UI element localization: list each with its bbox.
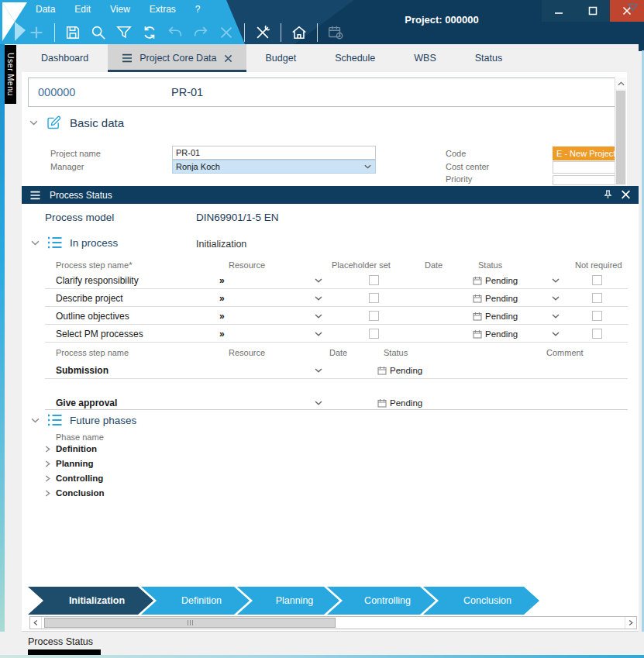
user-menu-tab[interactable]: User Menu <box>5 45 16 104</box>
resource-dropdown[interactable] <box>315 307 322 325</box>
flow-step-definition[interactable]: Definition <box>141 587 250 615</box>
not-required-checkbox[interactable] <box>592 271 602 289</box>
minimize-button[interactable] <box>542 0 576 22</box>
refresh-icon <box>141 24 158 41</box>
settings-button[interactable] <box>253 22 273 43</box>
tab-label: Project Core Data <box>139 53 216 64</box>
process-status-panel: Process Status Process model DIN69901/1-… <box>22 186 639 632</box>
tab-wbs[interactable]: WBS <box>394 44 455 72</box>
status-dropdown[interactable] <box>552 271 560 289</box>
scroll-left-button[interactable] <box>30 617 42 629</box>
not-required-checkbox[interactable] <box>592 307 602 325</box>
resource-dropdown[interactable] <box>315 271 322 289</box>
status-cell: Pending <box>473 307 518 325</box>
filter-button[interactable] <box>114 22 134 43</box>
resource-dropdown[interactable] <box>315 289 322 307</box>
status-dropdown[interactable] <box>552 307 560 325</box>
menu-item-edit[interactable]: Edit <box>74 4 91 15</box>
home-button[interactable] <box>289 22 309 43</box>
bottom-tab-process-status[interactable]: Process Status <box>28 636 93 647</box>
redo-button[interactable] <box>191 22 211 43</box>
tab-budget[interactable]: Budget <box>246 44 316 72</box>
menu-item-view[interactable]: View <box>110 4 130 15</box>
chevron-down-icon <box>29 120 38 126</box>
pin-icon[interactable] <box>603 189 613 200</box>
placeholder-set-checkbox[interactable] <box>369 307 379 325</box>
expand-icon <box>45 490 50 497</box>
resource-assign-link[interactable]: » <box>219 289 225 307</box>
flow-step-planning[interactable]: Planning <box>237 587 339 615</box>
manager-select[interactable]: Ronja Koch <box>172 160 376 174</box>
phase-row-controlling[interactable]: Controlling <box>45 474 103 483</box>
phase-row-planning[interactable]: Planning <box>45 459 94 468</box>
process-status-panel-header[interactable]: Process Status <box>22 186 639 204</box>
status-dropdown[interactable] <box>552 325 560 343</box>
resource-assign-link[interactable]: » <box>219 271 225 289</box>
resource-dropdown[interactable] <box>315 361 322 379</box>
flow-step-controlling[interactable]: Controlling <box>327 587 436 615</box>
search-button[interactable] <box>88 22 108 43</box>
scheduler-button[interactable] <box>325 22 346 43</box>
placeholder-set-checkbox[interactable] <box>369 289 379 307</box>
toolbar-separator <box>244 23 245 42</box>
horizontal-scroll-thumb[interactable] <box>44 618 336 628</box>
basic-data-section-header[interactable]: Basic data <box>29 115 124 131</box>
menu-item-extras[interactable]: Extras <box>150 4 176 15</box>
milestone-row: SubmissionPending <box>45 361 628 379</box>
scroll-right-button[interactable] <box>625 617 636 629</box>
scroll-up-button[interactable] <box>615 78 626 89</box>
vertical-scrollbar[interactable] <box>615 78 626 186</box>
column-header: Date <box>425 260 443 270</box>
placeholder-set-checkbox[interactable] <box>369 325 379 343</box>
cancel-icon <box>218 24 235 41</box>
menu-item-[interactable]: ? <box>195 4 201 15</box>
column-header: Not required <box>575 260 622 270</box>
tab-dashboard[interactable]: Dashboard <box>22 44 108 72</box>
resource-dropdown[interactable] <box>315 325 322 343</box>
tab-overflow-icon[interactable] <box>628 3 638 12</box>
in-process-section-header[interactable]: In process <box>31 236 118 250</box>
save-button[interactable] <box>63 22 83 43</box>
refresh-button[interactable] <box>139 22 160 43</box>
tab-status[interactable]: Status <box>456 44 522 72</box>
menu-item-data[interactable]: Data <box>36 4 55 15</box>
tab-schedule[interactable]: Schedule <box>315 44 394 72</box>
home-icon <box>291 24 308 41</box>
panel-menu-icon[interactable] <box>29 191 41 200</box>
maximize-button[interactable] <box>576 0 610 22</box>
add-button[interactable] <box>26 22 46 43</box>
future-phases-section-header[interactable]: Future phases <box>31 413 136 427</box>
status-value: Pending <box>485 294 518 303</box>
phase-row-definition[interactable]: Definition <box>45 444 97 453</box>
phase-row-conclusion[interactable]: Conclusion <box>45 488 105 498</box>
tab-menu-icon <box>122 53 133 63</box>
list-icon <box>46 413 63 427</box>
status-dropdown[interactable] <box>552 289 560 307</box>
cancel-button[interactable] <box>216 22 236 43</box>
phase-flow: InitializationDefinitionPlanningControll… <box>28 587 539 615</box>
column-header: Resource <box>229 348 265 357</box>
resource-assign-link[interactable]: » <box>219 307 225 325</box>
add-icon <box>28 24 45 41</box>
vertical-scroll-thumb[interactable] <box>616 91 625 184</box>
chevron-down-icon <box>31 418 40 423</box>
panel-close-icon[interactable] <box>621 189 631 200</box>
resource-assign-link[interactable]: » <box>219 325 225 343</box>
flow-step-conclusion[interactable]: Conclusion <box>423 587 539 615</box>
tab-project-core-data[interactable]: Project Core Data <box>108 44 246 72</box>
placeholder-set-checkbox[interactable] <box>369 271 379 289</box>
status-value: Pending <box>390 398 422 408</box>
process-step-name: Describe project <box>56 289 123 307</box>
project-name-input[interactable] <box>172 146 376 160</box>
phase-name: Planning <box>56 459 94 468</box>
milestone-link[interactable]: Submission <box>56 361 108 379</box>
status-dropdown-icon <box>552 314 560 319</box>
tab-close-icon[interactable] <box>224 54 232 63</box>
undo-button[interactable] <box>165 22 185 43</box>
flow-step-initialization[interactable]: Initialization <box>28 587 153 615</box>
in-process-label: In process <box>70 237 118 249</box>
not-required-checkbox[interactable] <box>592 289 602 307</box>
horizontal-scrollbar[interactable] <box>29 616 637 629</box>
not-required-checkbox[interactable] <box>592 325 602 343</box>
close-button[interactable] <box>610 0 644 22</box>
